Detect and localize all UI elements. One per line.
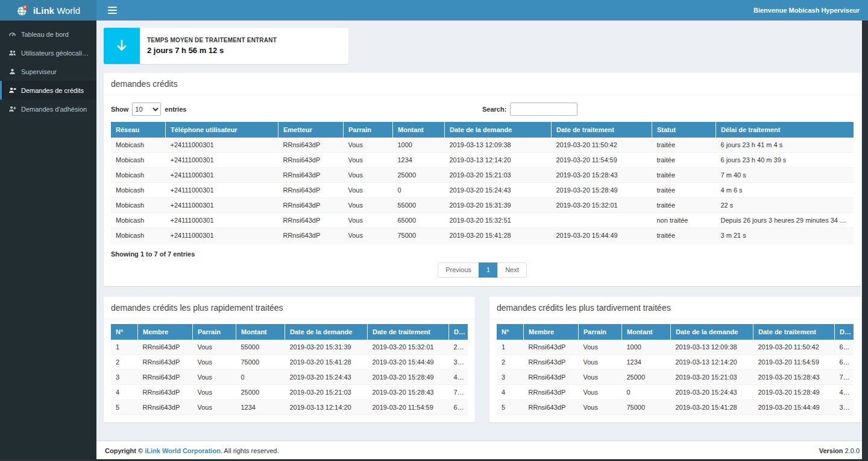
brand-logo[interactable]: iLink World [0,0,96,21]
column-header[interactable]: Parrain [579,324,622,340]
fastest-panel: demandes crédits les plus rapidement tra… [104,297,475,422]
table-cell: +24111000301 [166,198,278,213]
company-link[interactable]: iLink World Corporation [145,447,221,454]
sidebar-item-demandes-de-cr-dits[interactable]: Demandes de crédits [0,81,96,100]
column-header[interactable]: Montant [236,324,285,340]
column-header[interactable]: Délai de traitement [716,122,854,138]
table-cell: traitée [652,153,716,168]
table-cell: Vous [344,213,393,228]
table-cell: 2019-03-20 15:44:49 [368,355,449,370]
table-cell: non traitée [652,213,716,228]
table-cell: 2019-03-20 15:24:43 [285,370,368,385]
column-header[interactable]: Membre [138,324,193,340]
table-cell: 2019-03-20 15:28:49 [368,370,449,385]
table-header-row: N°MembreParrainMontantDate de la demande… [497,324,854,340]
table-cell: Vous [193,370,236,385]
app-window: iLink World Bienvenue Mobicash Hypervise… [0,0,868,461]
search-input[interactable] [510,103,577,116]
table-cell: 6 jours 23 h 40 m 39 s [835,355,854,370]
column-header[interactable]: Parrain [193,324,236,340]
column-header[interactable]: Délai de traitement [449,324,468,340]
table-cell: 22 s [716,198,854,213]
pagination-next-button[interactable]: Next [497,262,527,278]
stat-card-value: 2 jours 7 h 56 m 12 s [147,46,277,55]
table-cell: 75000 [393,228,445,243]
pagination-previous-button[interactable]: Previous [438,262,479,278]
column-header[interactable]: N° [497,324,524,340]
column-header[interactable]: Date de traitement [552,122,652,138]
sidebar-toggle-button[interactable] [104,4,121,17]
table-cell: Mobicash [111,153,166,168]
table-cell: RRnsi643dP [278,213,344,228]
column-header[interactable]: Date de traitement [368,324,449,340]
column-header[interactable]: Date de la demande [445,122,552,138]
column-header[interactable]: Montant [393,122,445,138]
sidebar-item-demandes-d-adh-sion[interactable]: Demandes d'adhésion [0,100,96,118]
sidebar-item-utilisateurs-g-olocalis-s[interactable]: Utilisateurs géolocalisés [0,43,96,62]
main-content: TEMPS MOYEN DE TRAITEMENT ENTRANT 2 jour… [96,21,868,440]
panel-title: demandes crédits les plus tardivement tr… [497,303,854,313]
column-header[interactable]: Délai de traitement [835,324,854,340]
table-cell: RRnsi643dP [524,370,579,385]
table-cell: RRnsi643dP [278,168,344,183]
table-cell: Mobicash [111,213,166,228]
table-cell: 4 m 6 s [449,370,468,385]
table-cell: 2019-03-20 15:31:39 [445,198,552,213]
version-number: 2.0.0 [845,447,860,454]
page-length-control: Show 10 entries [111,103,482,116]
down-arrow-icon [104,28,140,64]
sidebar-item-label: Demandes d'adhésion [21,106,87,113]
table-cell: 2019-03-20 15:41:28 [671,400,753,415]
table-cell: 2019-03-20 15:28:49 [552,183,652,198]
column-header[interactable]: Montant [622,324,671,340]
table-cell: RRnsi643dP [138,400,193,415]
table-cell: 5 [497,400,524,415]
table-cell: 2019-03-20 15:28:49 [753,385,835,400]
sidebar-menu: Tableau de bordUtilisateurs géolocalisés… [0,21,96,118]
column-header[interactable]: Date de la demande [671,324,753,340]
table-cell: 2019-03-13 12:14:20 [671,355,753,370]
sidebar-item-tableau-de-bord[interactable]: Tableau de bord [0,25,96,43]
table-cell: 25000 [393,168,445,183]
brand-bold-text: iLink [33,5,54,16]
slowest-panel: demandes crédits les plus tardivement tr… [489,297,861,422]
table-cell: RRnsi643dP [524,400,579,415]
column-header[interactable]: Membre [524,324,579,340]
table-cell: 55000 [393,198,445,213]
column-header[interactable]: Réseau [111,122,166,138]
table-cell: 75000 [622,400,671,415]
table-cell: 2019-03-20 11:54:59 [552,153,652,168]
sidebar-item-superviseur[interactable]: Superviseur [0,62,96,81]
column-header[interactable]: N° [111,324,138,340]
page-length-select[interactable]: 10 [132,103,161,116]
version-label: Version [819,447,843,454]
table-cell: 65000 [393,213,445,228]
table-cell: 2019-03-13 12:09:38 [671,340,753,355]
table-cell: 2 [111,355,138,370]
table-cell: Mobicash [111,228,166,243]
table-row: 2RRnsi643dPVous750002019-03-20 15:41:282… [111,355,468,370]
credits-table: RéseauTéléphone utilisateurEmetteurParra… [111,122,854,243]
version-text: Version 2.0.0 [819,447,860,454]
slowest-panel-header: demandes crédits les plus tardivement tr… [489,297,861,319]
column-header[interactable]: Téléphone utilisateur [166,122,278,138]
column-header[interactable]: Date de traitement [753,324,835,340]
pagination-page-1-button[interactable]: 1 [479,262,498,278]
table-cell: 5 [111,400,138,415]
credits-panel: demandes crédits Show 10 entries Search: [104,73,861,286]
table-cell: 6 jours 23 h 40 m 39 s [716,153,854,168]
scrollbar[interactable] [862,21,868,461]
column-header[interactable]: Date de la demande [285,324,368,340]
table-cell: 2019-03-20 15:21:03 [445,168,552,183]
table-cell: 2019-03-20 15:32:01 [552,198,652,213]
table-cell: 2019-03-20 15:31:39 [285,340,368,355]
table-cell: 2019-03-20 11:50:42 [753,340,835,355]
column-header[interactable]: Statut [652,122,716,138]
table-cell: 2019-03-20 15:28:43 [368,385,449,400]
table-cell: 22 s [449,340,468,355]
table-cell: 3 m 21 s [716,228,854,243]
table-cell: 2019-03-13 12:14:20 [445,153,552,168]
column-header[interactable]: Parrain [344,122,393,138]
table-cell: 2019-03-20 15:24:43 [445,183,552,198]
column-header[interactable]: Emetteur [278,122,344,138]
